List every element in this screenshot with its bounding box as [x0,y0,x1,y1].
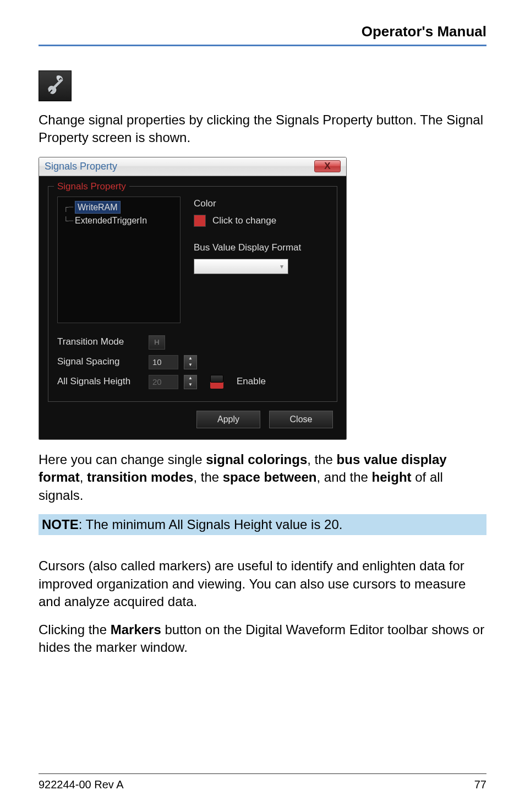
signal-spacing-value: 10 [152,357,162,368]
bus-value-format-label: Bus Value Display Format [194,242,301,254]
tree-item-extendedtrigger[interactable]: └┈ ExtendedTriggerIn [61,214,177,227]
transition-mode-button[interactable]: H [149,335,165,350]
chevron-down-icon: ▼ [188,382,193,388]
page-footer: 922244-00 Rev A 77 [39,773,486,792]
note-callout: NOTE: The minimum All Signals Height val… [39,514,486,535]
all-signals-height-stepper[interactable]: ▲ ▼ [184,375,197,389]
all-signals-height-input: 20 [149,375,178,389]
close-button-label: Close [290,413,313,426]
page-header: Operator's Manual [39,22,486,46]
signals-property-groupbox: Signals Property ┌┈ WriteRAM └┈ Extended… [48,186,337,402]
signals-property-button[interactable] [39,70,72,101]
tree-item-label: WriteRAM [75,201,121,214]
color-label: Color [194,198,301,210]
chevron-down-icon: ▼ [188,362,193,368]
tree-connector-icon: ┌┈ [61,202,73,212]
tree-item-label: ExtendedTriggerIn [75,215,147,227]
groupbox-legend: Signals Property [54,181,129,193]
chevron-up-icon: ▲ [188,375,193,382]
all-signals-height-label: All Signals Heigth [57,375,143,388]
color-hint: Click to change [212,215,276,227]
transition-mode-label: Transition Mode [57,336,143,348]
enable-toggle[interactable] [210,375,223,389]
toggle-knob-icon [210,375,223,383]
wrench-icon [45,73,65,99]
color-swatch-button[interactable] [194,215,206,227]
footer-revision: 922244-00 Rev A [39,777,124,792]
chevron-up-icon: ▲ [188,356,193,362]
dialog-title: Signals Property [45,160,117,173]
caption-paragraph: Here you can change single signal colori… [39,451,486,504]
close-button[interactable]: Close [269,411,333,428]
enable-label: Enable [237,375,266,388]
chevron-down-icon: ▾ [280,262,283,271]
signal-spacing-label: Signal Spacing [57,356,143,368]
signals-property-dialog: Signals Property X Signals Property ┌┈ W… [39,157,347,440]
dialog-titlebar[interactable]: Signals Property X [39,157,346,176]
apply-button[interactable]: Apply [196,411,260,428]
footer-page-number: 77 [474,777,486,792]
header-title: Operator's Manual [362,23,486,40]
all-signals-height-value: 20 [152,377,162,388]
bus-value-format-combo[interactable]: ▾ [194,259,288,274]
signal-spacing-stepper[interactable]: ▲ ▼ [184,355,197,369]
signal-spacing-input[interactable]: 10 [149,355,178,369]
intro-paragraph: Change signal properties by clicking the… [39,111,486,147]
tree-connector-icon: └┈ [61,216,73,226]
window-close-button[interactable]: X [314,160,341,172]
markers-paragraph: Clicking the Markers button on the Digit… [39,621,486,657]
cursors-paragraph: Cursors (also called markers) are useful… [39,557,486,611]
transition-mode-glyph: H [154,337,159,347]
apply-button-label: Apply [217,413,239,426]
signals-tree[interactable]: ┌┈ WriteRAM └┈ ExtendedTriggerIn [57,197,181,323]
dialog-body: Signals Property ┌┈ WriteRAM └┈ Extended… [39,176,346,439]
close-icon: X [324,160,330,173]
tree-item-writeram[interactable]: ┌┈ WriteRAM [61,200,177,215]
